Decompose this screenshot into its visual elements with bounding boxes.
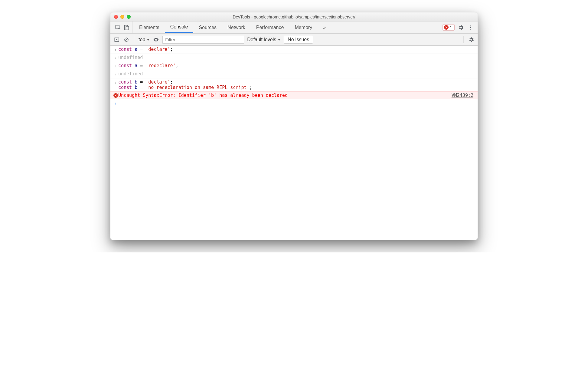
console-input-row: › const b = 'declare'; const b = 'no red… [110,78,478,91]
window-title: DevTools - googlechrome.github.io/sample… [113,15,475,19]
code-block: const b = 'declare'; const b = 'no redec… [118,79,475,90]
minimize-window-button[interactable] [120,15,124,19]
log-levels-label: Default levels [247,37,276,42]
context-selector[interactable]: top ▼ [139,37,150,42]
console-input-row: › const a = 'redeclare'; [110,62,478,70]
error-icon [113,93,118,98]
output-value: undefined [118,55,475,60]
input-marker-icon: › [114,80,117,85]
svg-point-4 [470,27,471,28]
output-marker-icon: ‹ [114,72,117,77]
toggle-sidebar-icon[interactable] [113,36,120,43]
panel-tabs: Elements Console Sources Network Perform… [134,21,331,33]
tabs-overflow[interactable]: » [318,21,331,33]
window-titlebar: DevTools - googlechrome.github.io/sample… [110,12,478,21]
console-output-row: ‹ undefined [110,54,478,62]
console-error-row: Uncaught SyntaxError: Identifier 'b' has… [110,91,478,99]
tab-sources[interactable]: Sources [193,21,222,33]
svg-point-8 [155,39,156,40]
traffic-lights [114,15,131,19]
error-count: 1 [450,25,452,30]
input-marker-icon: › [114,64,117,69]
console-prompt-row[interactable]: › [110,99,478,107]
console-toolbar: top ▼ Default levels ▼ No Issues [110,34,478,46]
console-input-row: › const a = 'declare'; [110,46,478,54]
output-value: undefined [118,71,475,77]
prompt-input[interactable] [118,100,475,106]
separator [463,36,464,43]
close-window-button[interactable] [114,15,118,19]
log-levels-selector[interactable]: Default levels ▼ [247,37,281,42]
tab-elements[interactable]: Elements [134,21,165,33]
clear-console-icon[interactable] [123,36,130,43]
context-label: top [139,37,145,42]
svg-point-3 [470,25,471,26]
separator [134,36,134,43]
filter-input[interactable] [162,36,244,44]
tabs-right-tools: 1 [443,21,476,33]
console-output[interactable]: › const a = 'declare'; ‹ undefined › con… [110,46,478,240]
settings-icon[interactable] [458,24,464,31]
inspect-element-icon[interactable] [115,24,121,31]
more-menu-icon[interactable] [467,24,474,31]
maximize-window-button[interactable] [127,15,131,19]
code-line: const a = 'redeclare'; [118,63,475,68]
input-marker-icon: › [114,47,117,53]
live-expression-icon[interactable] [153,36,159,43]
error-source-link[interactable]: VM2439:2 [452,93,475,98]
tab-performance[interactable]: Performance [251,21,289,33]
prompt-marker-icon: › [114,101,117,106]
main-tabs-bar: Elements Console Sources Network Perform… [110,21,478,34]
chevron-down-icon: ▼ [146,38,150,41]
error-count-badge[interactable]: 1 [443,24,455,31]
console-settings-icon[interactable] [468,36,475,43]
tab-console[interactable]: Console [165,21,194,33]
tab-memory[interactable]: Memory [289,21,318,33]
chevron-down-icon: ▼ [277,38,281,41]
dock-tools [112,21,132,33]
issues-button[interactable]: No Issues [284,36,313,44]
error-icon [444,25,449,30]
code-line: const a = 'declare'; [118,47,475,52]
output-marker-icon: ‹ [114,55,117,61]
devtools-window: DevTools - googlechrome.github.io/sample… [110,12,478,240]
svg-rect-2 [126,26,129,30]
svg-point-5 [470,28,471,29]
console-output-row: ‹ undefined [110,70,478,78]
error-message: Uncaught SyntaxError: Identifier 'b' has… [118,93,452,98]
device-toolbar-icon[interactable] [123,24,130,31]
tab-network[interactable]: Network [222,21,251,33]
